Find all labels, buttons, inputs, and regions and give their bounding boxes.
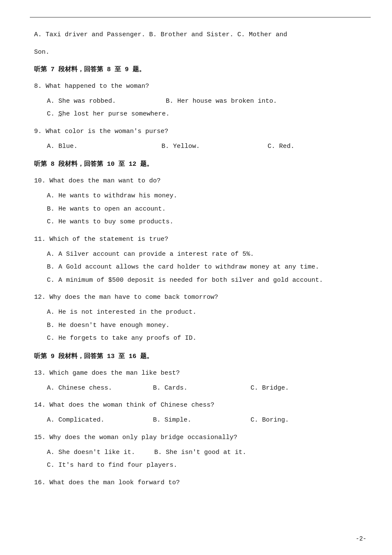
question-9: 9. What color is the woman's purse? — [34, 126, 366, 137]
option-12-b: B. He doesn't have enough money. — [47, 320, 366, 332]
option-8-c: C. She lost her purse somewhere. — [47, 108, 366, 121]
option-12-c: C. He forgets to take any proofs of ID. — [47, 332, 366, 345]
question-10-options: A. He wants to withdraw his money. B. He… — [47, 190, 366, 228]
option-14-abc: A. Complicated. B. Simple. C. Boring. — [47, 414, 366, 427]
question-8-options: A. She was robbed. B. Her house was brok… — [47, 95, 366, 121]
question-13: 13. Which game does the man like best? — [34, 367, 366, 379]
question-16: 16. What does the man look forward to? — [34, 477, 366, 489]
section-7-header: 听第 7 段材料，回答第 8 至 9 题。 — [34, 64, 366, 75]
question-15-options: A. She doesn't like it. B. She isn't goo… — [47, 447, 366, 472]
question-14: 14. What does the woman think of Chinese… — [34, 399, 366, 411]
section-7: 听第 7 段材料，回答第 8 至 9 题。 8. What happened t… — [34, 64, 366, 153]
section-8-header: 听第 8 段材料，回答第 10 至 12 题。 — [34, 159, 366, 170]
section-9: 听第 9 段材料，回答第 13 至 16 题。 13. Which game d… — [34, 351, 366, 489]
question-12: 12. Why does the man have to come back t… — [34, 292, 366, 303]
option-11-a: A. A Silver account can provide a intere… — [47, 249, 366, 261]
question-12-options: A. He is not interested in the product. … — [47, 306, 366, 345]
question-13-options: A. Chinese chess. B. Cards. C. Bridge. — [47, 382, 366, 395]
option-10-b: B. He wants to open an account. — [47, 203, 366, 216]
section-8: 听第 8 段材料，回答第 10 至 12 题。 10. What does th… — [34, 159, 366, 345]
option-11-c: C. A minimum of $500 deposit is needed f… — [47, 275, 366, 287]
section-9-header: 听第 9 段材料，回答第 13 至 16 题。 — [34, 351, 366, 362]
question-11-options: A. A Silver account can provide a intere… — [47, 249, 366, 287]
page-number: -2- — [356, 535, 366, 542]
intro-text: A. Taxi driver and Passenger. B. Brother… — [34, 31, 287, 38]
son-line: Son. — [34, 46, 366, 58]
option-11-b: B. A Gold account allows the card holder… — [47, 261, 366, 274]
option-12-a: A. He is not interested in the product. — [47, 306, 366, 319]
question-9-options: A. Blue. B. Yellow. C. Red. — [47, 141, 366, 153]
option-15-c: C. It's hard to find four players. — [47, 460, 366, 472]
top-divider — [30, 17, 371, 17]
option-10-c: C. He wants to buy some products. — [47, 216, 366, 228]
option-13-abc: A. Chinese chess. B. Cards. C. Bridge. — [47, 382, 366, 395]
option-9-abc: A. Blue. B. Yellow. C. Red. — [47, 141, 366, 153]
son-text: Son. — [34, 49, 49, 56]
question-11: 11. Which of the statement is true? — [34, 234, 366, 245]
option-8-ab: A. She was robbed. B. Her house was brok… — [47, 95, 366, 108]
question-14-options: A. Complicated. B. Simple. C. Boring. — [47, 414, 366, 427]
option-15-ab: A. She doesn't like it. B. She isn't goo… — [47, 447, 366, 459]
question-8: 8. What happened to the woman? — [34, 81, 366, 92]
intro-line: A. Taxi driver and Passenger. B. Brother… — [34, 29, 366, 40]
option-10-a: A. He wants to withdraw his money. — [47, 190, 366, 202]
question-15: 15. Why does the woman only play bridge … — [34, 432, 366, 443]
question-10: 10. What does the man want to do? — [34, 175, 366, 187]
